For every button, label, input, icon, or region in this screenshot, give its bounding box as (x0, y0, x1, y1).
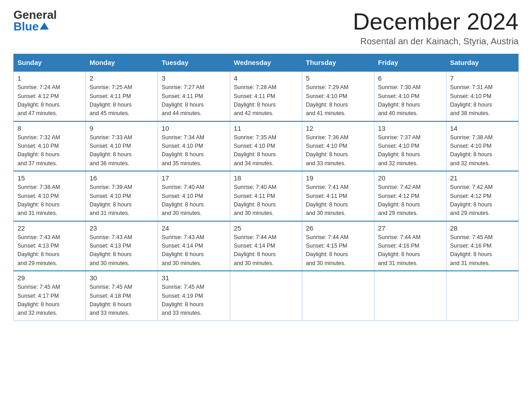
calendar-cell: 27 Sunrise: 7:44 AMSunset: 4:16 PMDaylig… (374, 221, 446, 271)
day-number: 24 (162, 224, 226, 232)
day-info: Sunrise: 7:34 AMSunset: 4:10 PMDaylight:… (162, 134, 204, 167)
day-number: 2 (90, 74, 154, 82)
day-info: Sunrise: 7:40 AMSunset: 4:11 PMDaylight:… (234, 184, 276, 216)
calendar-week-row: 29 Sunrise: 7:45 AMSunset: 4:17 PMDaylig… (14, 271, 519, 321)
calendar-cell: 31 Sunrise: 7:45 AMSunset: 4:19 PMDaylig… (158, 271, 230, 321)
day-info: Sunrise: 7:39 AMSunset: 4:10 PMDaylight:… (90, 184, 132, 216)
calendar-cell: 9 Sunrise: 7:33 AMSunset: 4:10 PMDayligh… (86, 121, 158, 171)
calendar-cell: 18 Sunrise: 7:40 AMSunset: 4:11 PMDaylig… (230, 171, 302, 221)
calendar-cell: 28 Sunrise: 7:45 AMSunset: 4:16 PMDaylig… (446, 221, 519, 271)
calendar-cell: 7 Sunrise: 7:31 AMSunset: 4:10 PMDayligh… (446, 71, 519, 121)
day-info: Sunrise: 7:42 AMSunset: 4:12 PMDaylight:… (450, 184, 493, 216)
day-number: 20 (378, 174, 442, 182)
calendar-cell: 15 Sunrise: 7:38 AMSunset: 4:10 PMDaylig… (14, 171, 86, 221)
calendar-week-row: 15 Sunrise: 7:38 AMSunset: 4:10 PMDaylig… (14, 171, 519, 221)
calendar-cell: 25 Sunrise: 7:44 AMSunset: 4:14 PMDaylig… (230, 221, 302, 271)
calendar-cell: 12 Sunrise: 7:36 AMSunset: 4:10 PMDaylig… (302, 121, 374, 171)
calendar-cell: 14 Sunrise: 7:38 AMSunset: 4:10 PMDaylig… (446, 121, 519, 171)
day-number: 8 (17, 124, 82, 132)
calendar-cell: 8 Sunrise: 7:32 AMSunset: 4:10 PMDayligh… (14, 121, 86, 171)
calendar-cell: 4 Sunrise: 7:28 AMSunset: 4:11 PMDayligh… (230, 71, 302, 121)
day-number: 28 (450, 224, 515, 232)
day-info: Sunrise: 7:43 AMSunset: 4:13 PMDaylight:… (90, 234, 132, 266)
day-number: 12 (306, 124, 370, 132)
calendar-cell: 3 Sunrise: 7:27 AMSunset: 4:11 PMDayligh… (158, 71, 230, 121)
day-number: 19 (306, 174, 370, 182)
col-header-saturday: Saturday (446, 54, 519, 72)
calendar-cell: 17 Sunrise: 7:40 AMSunset: 4:10 PMDaylig… (158, 171, 230, 221)
day-info: Sunrise: 7:43 AMSunset: 4:13 PMDaylight:… (17, 234, 60, 266)
calendar-table: SundayMondayTuesdayWednesdayThursdayFrid… (13, 54, 519, 321)
day-info: Sunrise: 7:38 AMSunset: 4:10 PMDaylight:… (450, 134, 493, 167)
day-info: Sunrise: 7:25 AMSunset: 4:11 PMDaylight:… (90, 84, 132, 116)
location-subtitle: Rosental an der Kainach, Styria, Austria (353, 36, 519, 47)
day-number: 18 (234, 174, 298, 182)
calendar-cell: 16 Sunrise: 7:39 AMSunset: 4:10 PMDaylig… (86, 171, 158, 221)
logo-general-text: General (13, 9, 57, 21)
logo: General Blue (13, 9, 57, 32)
day-number: 9 (90, 124, 154, 132)
day-info: Sunrise: 7:44 AMSunset: 4:16 PMDaylight:… (378, 234, 420, 266)
calendar-cell (302, 271, 374, 321)
calendar-cell: 26 Sunrise: 7:44 AMSunset: 4:15 PMDaylig… (302, 221, 374, 271)
calendar-cell: 6 Sunrise: 7:30 AMSunset: 4:10 PMDayligh… (374, 71, 446, 121)
day-info: Sunrise: 7:27 AMSunset: 4:11 PMDaylight:… (162, 84, 204, 116)
day-info: Sunrise: 7:36 AMSunset: 4:10 PMDaylight:… (306, 134, 348, 167)
day-number: 6 (378, 74, 442, 82)
day-number: 16 (90, 174, 154, 182)
col-header-friday: Friday (374, 54, 446, 72)
day-info: Sunrise: 7:42 AMSunset: 4:12 PMDaylight:… (378, 184, 420, 216)
col-header-thursday: Thursday (302, 54, 374, 72)
logo-triangle-icon (40, 22, 49, 30)
month-title: December 2024 (353, 9, 519, 34)
day-number: 4 (234, 74, 298, 82)
day-number: 23 (90, 224, 154, 232)
calendar-week-row: 22 Sunrise: 7:43 AMSunset: 4:13 PMDaylig… (14, 221, 519, 271)
day-number: 1 (17, 74, 82, 82)
calendar-cell: 22 Sunrise: 7:43 AMSunset: 4:13 PMDaylig… (14, 221, 86, 271)
day-number: 5 (306, 74, 370, 82)
day-info: Sunrise: 7:33 AMSunset: 4:10 PMDaylight:… (90, 134, 132, 167)
col-header-monday: Monday (86, 54, 158, 72)
day-info: Sunrise: 7:45 AMSunset: 4:18 PMDaylight:… (90, 284, 132, 316)
day-info: Sunrise: 7:45 AMSunset: 4:19 PMDaylight:… (162, 284, 204, 316)
calendar-cell: 29 Sunrise: 7:45 AMSunset: 4:17 PMDaylig… (14, 271, 86, 321)
day-info: Sunrise: 7:43 AMSunset: 4:14 PMDaylight:… (162, 234, 204, 266)
calendar-cell: 20 Sunrise: 7:42 AMSunset: 4:12 PMDaylig… (374, 171, 446, 221)
day-info: Sunrise: 7:32 AMSunset: 4:10 PMDaylight:… (17, 134, 60, 167)
calendar-cell: 30 Sunrise: 7:45 AMSunset: 4:18 PMDaylig… (86, 271, 158, 321)
day-number: 3 (162, 74, 226, 82)
day-number: 13 (378, 124, 442, 132)
day-number: 14 (450, 124, 515, 132)
calendar-cell: 2 Sunrise: 7:25 AMSunset: 4:11 PMDayligh… (86, 71, 158, 121)
title-area: December 2024 Rosental an der Kainach, S… (353, 9, 519, 47)
col-header-sunday: Sunday (14, 54, 86, 72)
day-info: Sunrise: 7:37 AMSunset: 4:10 PMDaylight:… (378, 134, 420, 167)
calendar-cell: 23 Sunrise: 7:43 AMSunset: 4:13 PMDaylig… (86, 221, 158, 271)
calendar-cell (446, 271, 519, 321)
calendar-cell: 24 Sunrise: 7:43 AMSunset: 4:14 PMDaylig… (158, 221, 230, 271)
calendar-cell: 1 Sunrise: 7:24 AMSunset: 4:12 PMDayligh… (14, 71, 86, 121)
logo-blue-text: Blue (13, 21, 49, 32)
day-number: 30 (90, 274, 154, 282)
day-info: Sunrise: 7:35 AMSunset: 4:10 PMDaylight:… (234, 134, 276, 167)
day-number: 11 (234, 124, 298, 132)
day-number: 22 (17, 224, 82, 232)
day-number: 17 (162, 174, 226, 182)
day-info: Sunrise: 7:44 AMSunset: 4:14 PMDaylight:… (234, 234, 276, 266)
day-info: Sunrise: 7:38 AMSunset: 4:10 PMDaylight:… (17, 184, 60, 216)
day-number: 26 (306, 224, 370, 232)
day-info: Sunrise: 7:29 AMSunset: 4:10 PMDaylight:… (306, 84, 348, 116)
calendar-cell: 13 Sunrise: 7:37 AMSunset: 4:10 PMDaylig… (374, 121, 446, 171)
calendar-cell: 21 Sunrise: 7:42 AMSunset: 4:12 PMDaylig… (446, 171, 519, 221)
day-info: Sunrise: 7:45 AMSunset: 4:16 PMDaylight:… (450, 234, 493, 266)
col-header-tuesday: Tuesday (158, 54, 230, 72)
day-number: 29 (17, 274, 82, 282)
calendar-cell: 10 Sunrise: 7:34 AMSunset: 4:10 PMDaylig… (158, 121, 230, 171)
day-number: 15 (17, 174, 82, 182)
calendar-cell: 11 Sunrise: 7:35 AMSunset: 4:10 PMDaylig… (230, 121, 302, 171)
day-info: Sunrise: 7:44 AMSunset: 4:15 PMDaylight:… (306, 234, 348, 266)
calendar-cell: 19 Sunrise: 7:41 AMSunset: 4:11 PMDaylig… (302, 171, 374, 221)
calendar-week-row: 8 Sunrise: 7:32 AMSunset: 4:10 PMDayligh… (14, 121, 519, 171)
day-number: 27 (378, 224, 442, 232)
